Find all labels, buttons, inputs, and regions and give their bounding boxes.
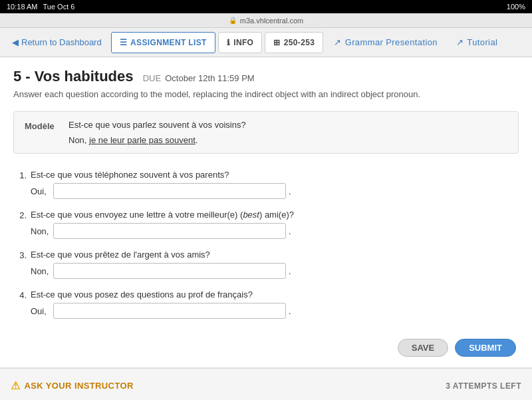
question-number-2: 2. — [13, 210, 27, 220]
tab-assignment-list-label: ASSIGNMENT LIST — [130, 38, 207, 47]
question-text-4: Est-ce que vous posez des questions au p… — [31, 290, 253, 300]
answer-input-4[interactable] — [53, 303, 286, 319]
status-day: Tue Oct 6 — [43, 3, 74, 11]
tab-grammar[interactable]: ↗ Grammar Presentation — [326, 32, 446, 53]
main-content: 5 - Vos habitudes DUE October 12th 11:59… — [0, 57, 532, 367]
tab-grammar-label: Grammar Presentation — [345, 37, 438, 47]
modele-label: Modèle — [25, 120, 58, 131]
answer-row-1: Oui, . — [31, 183, 519, 199]
tab-info-label: INFO — [233, 38, 253, 47]
assignment-title: 5 - Vos habitudes DUE October 12th 11:59… — [13, 68, 519, 85]
question-text-1: Est-ce que vous téléphonez souvent à vos… — [31, 170, 229, 180]
warning-icon: ⚠ — [11, 379, 20, 392]
questions-section: 1. Est-ce que vous téléphonez souvent à … — [13, 170, 519, 319]
tab-tutorial-label: Tutorial — [467, 37, 497, 47]
bottom-right: 3 ATTEMPTS LEFT — [446, 381, 521, 391]
answer-prefix-2: Non, — [31, 226, 51, 236]
due-label: DUE — [143, 73, 161, 83]
save-button[interactable]: SAVE — [398, 339, 448, 357]
list-icon: ☰ — [120, 38, 127, 47]
question-item-1: 1. Est-ce que vous téléphonez souvent à … — [13, 170, 519, 199]
answer-suffix-2: . — [289, 226, 291, 236]
question-number-4: 4. — [13, 290, 27, 300]
modele-response-suffix: . — [196, 135, 198, 145]
due-date: October 12th 11:59 PM — [165, 73, 254, 83]
modele-question: Est-ce que vous parlez souvent à vos voi… — [68, 120, 246, 130]
top-nav: ◀ Return to Dashboard ☰ ASSIGNMENT LIST … — [0, 28, 532, 57]
question-number-1: 1. — [13, 170, 27, 180]
answer-suffix-4: . — [289, 306, 291, 316]
status-bar: 10:18 AM Tue Oct 6 100% — [0, 0, 532, 13]
external-link-icon: ↗ — [334, 37, 341, 47]
question-text-3: Est-ce que vous prêtez de l'argent à vos… — [31, 250, 210, 260]
tab-pages-label: 250-253 — [284, 38, 315, 47]
question-item-3: 3. Est-ce que vous prêtez de l'argent à … — [13, 250, 519, 279]
answer-suffix-1: . — [289, 186, 291, 196]
status-time: 10:18 AM — [7, 3, 37, 11]
info-icon: ℹ — [227, 38, 230, 47]
assignment-title-text: 5 - Vos habitudes — [13, 68, 134, 85]
instruction-text: Answer each question according to the mo… — [13, 89, 519, 99]
bottom-bar: ⚠ ASK YOUR INSTRUCTOR 3 ATTEMPTS LEFT — [0, 368, 532, 400]
answer-row-3: Non, . — [31, 263, 519, 279]
lock-icon: 🔒 — [229, 17, 237, 24]
answer-input-2[interactable] — [53, 223, 286, 239]
answer-prefix-1: Oui, — [31, 186, 51, 196]
back-button[interactable]: ◀ Return to Dashboard — [5, 33, 108, 51]
modele-response-underlined: je ne leur parle pas souvent — [89, 135, 196, 145]
answer-input-1[interactable] — [53, 183, 286, 199]
back-arrow-icon: ◀ — [12, 37, 19, 47]
answer-prefix-3: Non, — [31, 266, 51, 276]
answer-row-4: Oui, . — [31, 303, 519, 319]
question-item-4: 4. Est-ce que vous posez des questions a… — [13, 290, 519, 319]
answer-prefix-4: Oui, — [31, 306, 51, 316]
answer-input-3[interactable] — [53, 263, 286, 279]
tab-pages[interactable]: ⊞ 250-253 — [265, 32, 323, 53]
question-text-2: Est-ce que vous envoyez une lettre à vot… — [31, 210, 294, 220]
modele-response: Non, je ne leur parle pas souvent. — [68, 135, 507, 145]
pages-icon: ⊞ — [273, 38, 280, 47]
question-item-2: 2. Est-ce que vous envoyez une lettre à … — [13, 210, 519, 239]
answer-row-2: Non, . — [31, 223, 519, 239]
ask-instructor-button[interactable]: ⚠ ASK YOUR INSTRUCTOR — [11, 379, 134, 392]
answer-suffix-3: . — [289, 266, 291, 276]
tutorial-link-icon: ↗ — [456, 37, 464, 47]
url-text: m3a.vhlcentral.com — [240, 17, 303, 25]
ask-instructor-label: ASK YOUR INSTRUCTOR — [24, 381, 133, 391]
status-battery: 100% — [507, 3, 525, 11]
tab-assignment-list[interactable]: ☰ ASSIGNMENT LIST — [111, 32, 215, 53]
attempts-left: 3 ATTEMPTS LEFT — [446, 381, 521, 391]
tab-tutorial[interactable]: ↗ Tutorial — [448, 32, 505, 53]
question-number-3: 3. — [13, 250, 27, 260]
url-bar: 🔒 m3a.vhlcentral.com — [0, 13, 532, 28]
tab-info[interactable]: ℹ INFO — [218, 32, 262, 53]
submit-button[interactable]: SUBMIT — [455, 339, 516, 357]
modele-box: Modèle Est-ce que vous parlez souvent à … — [13, 111, 519, 154]
modele-response-prefix: Non, — [68, 135, 89, 145]
back-label: Return to Dashboard — [21, 37, 102, 47]
